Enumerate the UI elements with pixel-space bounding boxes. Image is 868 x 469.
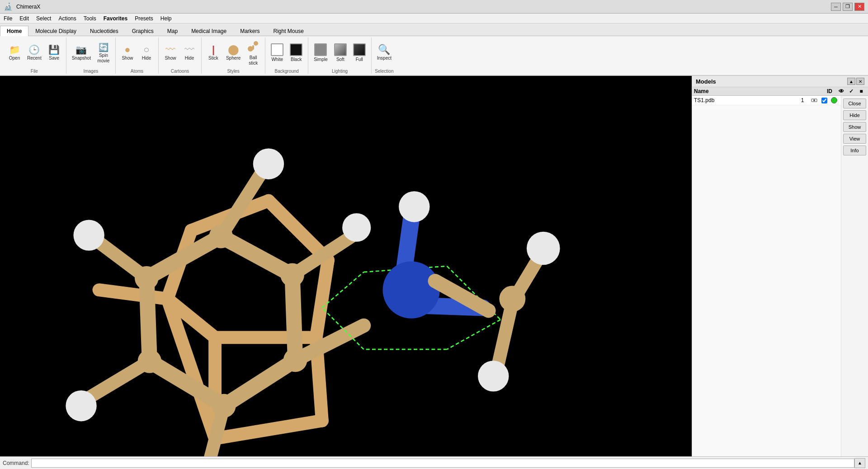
camera-icon: [75, 45, 87, 55]
tab-medical-image[interactable]: Medical Image: [184, 26, 233, 36]
models-title: Models: [696, 78, 716, 85]
snapshot-button[interactable]: Snapshot: [69, 43, 94, 63]
maximize-button[interactable]: ❐: [843, 3, 853, 11]
title-bar-controls[interactable]: ─ ❐ ✕: [831, 3, 864, 11]
bg-white-button[interactable]: White: [268, 42, 286, 64]
menu-file[interactable]: File: [0, 14, 16, 23]
toolbar-group-lighting: Simple Soft Full Lighting: [308, 38, 372, 74]
models-table-header: Name ID 👁 ✓ ■: [692, 87, 868, 96]
ballstick-icon: [247, 40, 259, 54]
hide-cartoons-label: Hide: [185, 56, 194, 61]
svg-point-39: [253, 149, 284, 179]
models-close-button[interactable]: ✕: [856, 78, 864, 85]
model-color-swatch[interactable]: [829, 97, 839, 103]
bg-black-button[interactable]: Black: [287, 42, 305, 64]
viewport[interactable]: [0, 76, 692, 456]
close-button[interactable]: ✕: [854, 3, 864, 11]
cartoons-group-label: Cartoons: [171, 68, 189, 74]
model-visible-toggle[interactable]: [809, 97, 819, 103]
recent-button[interactable]: Recent: [24, 43, 44, 63]
simple-icon: [314, 43, 327, 56]
tab-markers[interactable]: Markers: [233, 26, 266, 36]
tab-graphics[interactable]: Graphics: [125, 26, 160, 36]
menu-help[interactable]: Help: [157, 14, 175, 23]
svg-rect-1: [252, 45, 254, 50]
svg-point-51: [138, 349, 162, 373]
show-cartoons-label: Show: [165, 56, 176, 61]
view-model-button[interactable]: View: [843, 134, 866, 144]
soft-icon: [334, 43, 347, 56]
toolbar: Open Recent Save File Snapshot Spin movi…: [0, 36, 868, 76]
models-panel: Models ▲ ✕ Name ID 👁 ✓ ■ TS1.pdb 1: [692, 76, 868, 456]
title-text: ChimeraX: [16, 4, 40, 10]
spin-movie-button[interactable]: Spin movie: [94, 40, 113, 66]
ballstick-button[interactable]: Ball stick: [244, 38, 262, 68]
bg-white-icon: [271, 43, 283, 56]
selection-group-label: Selection: [375, 68, 393, 74]
inspect-label: Inspect: [377, 56, 392, 61]
show-atoms-button[interactable]: ● Show: [118, 43, 137, 63]
tab-home[interactable]: Home: [0, 26, 28, 36]
svg-line-16: [292, 275, 296, 360]
save-button[interactable]: Save: [45, 43, 63, 63]
col-header-check: ✓: [846, 88, 856, 94]
command-input[interactable]: [31, 459, 854, 468]
soft-button[interactable]: Soft: [331, 42, 349, 64]
col-header-name: Name: [694, 88, 823, 94]
molecule-canvas: [0, 76, 692, 456]
minimize-button[interactable]: ─: [831, 3, 841, 11]
bg-white-label: White: [271, 57, 283, 62]
close-model-button[interactable]: Close: [843, 98, 866, 108]
svg-point-44: [399, 191, 429, 222]
full-button[interactable]: Full: [350, 42, 368, 64]
open-button[interactable]: Open: [5, 43, 24, 63]
menu-bar: File Edit Select Actions Tools Favorites…: [0, 14, 868, 23]
command-label: Command:: [3, 460, 29, 466]
menu-select[interactable]: Select: [33, 14, 55, 23]
model-checked[interactable]: [821, 98, 827, 103]
inspect-button[interactable]: Inspect: [374, 43, 394, 63]
tab-map[interactable]: Map: [160, 26, 184, 36]
sphere-button[interactable]: ⬤ Sphere: [223, 43, 243, 63]
menu-edit[interactable]: Edit: [16, 14, 33, 23]
info-model-button[interactable]: Info: [843, 145, 866, 155]
bg-black-label: Black: [291, 57, 302, 62]
col-header-eye: 👁: [836, 88, 846, 94]
toolbar-group-cartoons: 〰 Show 〰 Hide Cartoons: [159, 38, 202, 74]
model-name: TS1.pdb: [694, 97, 796, 103]
tab-nucleotides[interactable]: Nucleotides: [83, 26, 125, 36]
table-row[interactable]: TS1.pdb 1: [692, 96, 841, 105]
show-atoms-icon: ●: [124, 45, 130, 55]
recent-label: Recent: [27, 56, 42, 61]
simple-label: Simple: [314, 57, 328, 62]
menu-tools[interactable]: Tools: [80, 14, 100, 23]
tab-right-mouse[interactable]: Right Mouse: [267, 26, 311, 36]
bg-black-icon: [290, 43, 302, 56]
models-header: Models ▲ ✕: [692, 76, 868, 87]
sphere-label: Sphere: [226, 56, 241, 61]
svg-point-2: [254, 41, 258, 46]
tab-molecule-display[interactable]: Molecule Display: [28, 26, 83, 36]
show-cartoons-button[interactable]: 〰 Show: [161, 43, 179, 63]
menu-favorites[interactable]: Favorites: [100, 14, 131, 23]
hide-cartoons-button[interactable]: 〰 Hide: [180, 43, 198, 63]
models-btn-col: Close Hide Show View Info: [841, 96, 868, 456]
toolbar-group-file: Open Recent Save File: [3, 38, 66, 74]
hide-model-button[interactable]: Hide: [843, 110, 866, 120]
toolbar-group-atoms: ● Show ○ Hide Atoms: [116, 38, 159, 74]
simple-button[interactable]: Simple: [311, 42, 330, 64]
expand-button[interactable]: ▲: [854, 458, 865, 468]
inspect-icon: [378, 45, 390, 55]
hide-atoms-button[interactable]: ○ Hide: [137, 43, 156, 63]
file-group-label: File: [31, 68, 38, 74]
images-group-label: Images: [83, 68, 98, 74]
menu-actions[interactable]: Actions: [55, 14, 80, 23]
col-header-color: ■: [856, 88, 866, 94]
models-expand-button[interactable]: ▲: [847, 78, 855, 85]
show-model-button[interactable]: Show: [843, 122, 866, 132]
folder-icon: [9, 45, 20, 55]
soft-label: Soft: [336, 57, 344, 62]
model-checkbox[interactable]: [819, 98, 829, 103]
menu-presets[interactable]: Presets: [131, 14, 157, 23]
stick-button[interactable]: | Stick: [204, 43, 222, 63]
